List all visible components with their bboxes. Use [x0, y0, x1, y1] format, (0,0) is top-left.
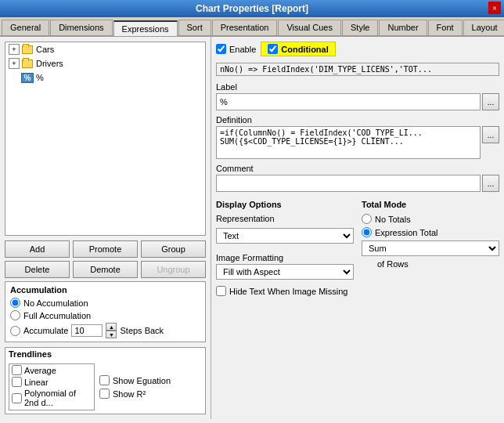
ungroup-button[interactable]: Ungroup — [141, 261, 206, 278]
expression-total-row: Expression Total — [362, 227, 499, 237]
of-rows-row: of Rows — [377, 259, 499, 269]
tab-dimensions[interactable]: Dimensions — [50, 20, 112, 35]
conditional-label: Conditional — [281, 45, 329, 54]
comment-dots-button[interactable]: ... — [482, 175, 499, 192]
image-formatting-select[interactable]: Fill with Aspect Fill Fit Stretch — [216, 264, 354, 280]
trendlines-list[interactable]: Average Linear Polynomial of 2nd d... — [9, 363, 95, 410]
tree-label-drivers: Drivers — [36, 59, 63, 68]
tab-sort[interactable]: Sort — [178, 20, 211, 35]
close-button[interactable]: × — [488, 2, 501, 14]
definition-dots-button[interactable]: ... — [482, 126, 499, 143]
tab-presentation[interactable]: Presentation — [212, 20, 278, 35]
tree-item-cars[interactable]: + Cars — [5, 42, 205, 56]
no-accumulation-row: No Accumulation — [10, 298, 200, 308]
formula-bar: nNo() => FieldIndex('DIM_TYPE_LICENS','T… — [216, 63, 499, 76]
tree-item-drivers[interactable]: + Drivers — [5, 56, 205, 70]
trendline-linear[interactable]: Linear — [9, 376, 94, 388]
tree-item-percent[interactable]: % % — [18, 70, 205, 85]
definition-field-group: Definition =if(ColumnNo() = FieldIndex('… — [216, 115, 499, 159]
button-row-2: Delete Demote Ungroup — [5, 261, 206, 278]
image-formatting-label: Image Formatting — [216, 253, 354, 262]
tree-toggle-drivers[interactable]: + — [9, 58, 20, 69]
add-button[interactable]: Add — [5, 240, 70, 258]
label-field-group: Label ... — [216, 82, 499, 110]
tree-area[interactable]: + Cars + Drivers % % — [5, 42, 206, 236]
comment-title: Comment — [216, 164, 499, 173]
trendlines-title: Trendlines — [5, 348, 205, 360]
accumulation-title: Accumulation — [10, 285, 200, 295]
no-totals-label: No Totals — [375, 215, 411, 224]
label-field-title: Label — [216, 82, 499, 92]
sum-select[interactable]: Sum Average Count Min Max — [362, 240, 499, 256]
trendline-polynomial-label: Polynomial of 2nd d... — [24, 389, 92, 407]
display-options: Display Options Representation Text Imag… — [216, 200, 354, 296]
trendline-linear-check[interactable] — [12, 377, 22, 387]
percent-icon: % — [21, 72, 34, 83]
of-rows-label: of Rows — [377, 259, 409, 269]
tab-visual-cues[interactable]: Visual Cues — [278, 20, 341, 35]
expression-total-radio[interactable] — [362, 227, 372, 237]
comment-field-row: ... — [216, 175, 499, 192]
tab-number[interactable]: Number — [379, 20, 427, 35]
no-accumulation-radio[interactable] — [10, 298, 20, 308]
tab-font[interactable]: Font — [428, 20, 463, 35]
group-button[interactable]: Group — [141, 240, 206, 258]
trendlines-section: Trendlines Average Linear Polynomial of … — [5, 347, 206, 414]
show-r2-label: Show R² — [113, 389, 146, 399]
promote-button[interactable]: Promote — [73, 240, 138, 258]
label-input[interactable] — [216, 93, 481, 110]
representation-select[interactable]: Text Image Circular Gauge Linear Gauge T… — [216, 228, 354, 244]
steps-up-button[interactable]: ▲ — [106, 323, 117, 331]
steps-input[interactable] — [71, 324, 103, 337]
tab-expressions[interactable]: Expressions — [113, 20, 178, 36]
button-row-1: Add Promote Group — [5, 240, 206, 258]
trendline-average-label: Average — [24, 366, 56, 375]
no-totals-radio[interactable] — [362, 214, 372, 224]
comment-input[interactable] — [216, 175, 481, 192]
enable-row: Enable Conditional — [216, 42, 499, 56]
display-options-title: Display Options — [216, 200, 354, 209]
full-accumulation-label: Full Accumulation — [23, 311, 91, 320]
trendline-linear-label: Linear — [24, 378, 49, 387]
tree-toggle-cars[interactable]: + — [9, 44, 20, 55]
trendline-average[interactable]: Average — [9, 364, 94, 376]
conditional-checkbox[interactable] — [268, 44, 278, 54]
tab-style[interactable]: Style — [342, 20, 378, 35]
tab-layout[interactable]: Layout — [463, 20, 504, 35]
enable-checkbox[interactable] — [216, 44, 226, 54]
label-field-row: ... — [216, 93, 499, 110]
full-accumulation-radio[interactable] — [10, 310, 20, 320]
trendline-polynomial-check[interactable] — [12, 393, 22, 403]
tab-general[interactable]: General — [2, 20, 49, 35]
label-dots-button[interactable]: ... — [482, 93, 499, 110]
image-formatting-section: Image Formatting Fill with Aspect Fill F… — [216, 253, 354, 296]
representation-label: Representation — [216, 214, 286, 223]
hide-text-checkbox[interactable] — [216, 286, 226, 296]
demote-button[interactable]: Demote — [73, 261, 138, 278]
right-panel: Enable Conditional nNo() => FieldIndex('… — [211, 37, 504, 419]
delete-button[interactable]: Delete — [5, 261, 70, 278]
expression-total-label: Expression Total — [375, 228, 438, 237]
no-totals-row: No Totals — [362, 214, 499, 224]
show-equation-row: Show Eguation — [99, 375, 171, 385]
show-equation-check[interactable] — [99, 375, 110, 385]
conditional-badge: Conditional — [261, 42, 336, 56]
definition-field-row: =if(ColumnNo() = FieldIndex('COD_TYPE_LI… — [216, 126, 499, 159]
total-mode: Total Mode No Totals Expression Total Su… — [362, 200, 499, 296]
total-mode-title: Total Mode — [362, 200, 499, 209]
show-r2-check[interactable] — [99, 389, 110, 399]
hide-text-label: Hide Text When Image Missing — [229, 287, 347, 296]
definition-textarea[interactable]: =if(ColumnNo() = FieldIndex('COD_TYPE_LI… — [216, 126, 481, 159]
folder-icon-cars — [21, 44, 34, 55]
folder-icon-drivers — [21, 58, 34, 69]
steps-down-button[interactable]: ▼ — [106, 331, 117, 338]
accumulate-row: Accumulate ▲ ▼ Steps Back — [10, 323, 200, 338]
title-bar: Chart Properties [Report] × — [0, 0, 504, 17]
tree-label-percent: % — [36, 73, 44, 82]
enable-label[interactable]: Enable — [216, 44, 256, 54]
accumulate-radio[interactable] — [10, 326, 20, 336]
trendlines-checkboxes: Show Eguation Show R² — [99, 363, 171, 410]
trendline-polynomial[interactable]: Polynomial of 2nd d... — [9, 388, 94, 408]
trendline-average-check[interactable] — [12, 365, 22, 375]
formula-text: nNo() => FieldIndex('DIM_TYPE_LICENS','T… — [220, 65, 432, 74]
